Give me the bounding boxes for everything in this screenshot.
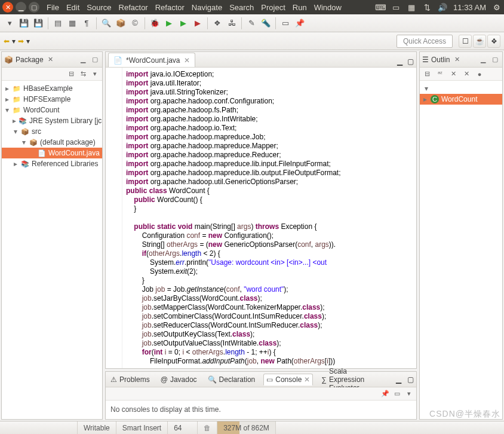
bottom-tab-console[interactable]: ▭Console ✕ bbox=[263, 374, 313, 386]
tree-item[interactable]: ▸📁HDFSExample bbox=[2, 94, 102, 105]
tree-item-label: WordCount bbox=[23, 106, 59, 114]
clock[interactable]: 11:33 AM bbox=[453, 3, 486, 12]
open-task-button[interactable]: ✎ bbox=[245, 17, 257, 29]
heap-status[interactable]: 327M of 862M bbox=[217, 421, 276, 434]
nav-back-menu-button[interactable]: ▾ bbox=[12, 37, 16, 45]
quick-access-input[interactable]: Quick Access bbox=[397, 35, 453, 48]
nav-fwd-button[interactable]: ➡ bbox=[18, 37, 24, 45]
menu-source[interactable]: Source bbox=[87, 3, 111, 12]
tree-item[interactable]: ▾📁WordCount bbox=[2, 105, 102, 115]
disclosure-icon[interactable]: ▸ bbox=[4, 84, 10, 93]
new-jpa-button[interactable]: ❖ bbox=[211, 17, 223, 29]
sort-icon[interactable]: ⊟ bbox=[422, 69, 432, 79]
menu-refactor[interactable]: Refactor bbox=[119, 3, 148, 12]
disclosure-icon[interactable]: ▾ bbox=[21, 138, 27, 146]
tree-item[interactable]: ▾📦src bbox=[2, 126, 102, 137]
menu-refactor[interactable]: Refactor bbox=[155, 3, 185, 12]
new-server-button[interactable]: 🖧 bbox=[226, 17, 238, 29]
outline-close-icon[interactable]: ✕ bbox=[452, 55, 462, 65]
debug-button[interactable]: 🐞 bbox=[149, 17, 161, 29]
block-select-button[interactable]: ▦ bbox=[66, 17, 78, 29]
menu-edit[interactable]: Edit bbox=[66, 3, 79, 12]
hide-nonpublic-icon[interactable]: ✕ bbox=[462, 69, 471, 79]
window-close-icon[interactable]: ✕ bbox=[2, 2, 13, 13]
disclosure-icon[interactable]: ▸ bbox=[4, 95, 10, 103]
outline-item-wordcount[interactable]: ▸ C WordCount bbox=[420, 94, 502, 105]
bottom-max-icon[interactable]: ▢ bbox=[407, 375, 414, 384]
search-button[interactable]: 🔦 bbox=[260, 17, 272, 29]
bottom-tab-javadoc[interactable]: @Javadoc bbox=[158, 374, 199, 385]
menu-file[interactable]: File bbox=[47, 3, 59, 12]
other-perspective-button[interactable]: ❖ bbox=[487, 35, 500, 48]
view-menu-icon[interactable]: ▾ bbox=[90, 69, 100, 79]
hide-static-icon[interactable]: ✕ bbox=[448, 69, 458, 79]
menu-run[interactable]: Run bbox=[293, 3, 307, 12]
tree-item[interactable]: ▸📁HBaseExample bbox=[2, 83, 102, 94]
indicator-gear-icon[interactable]: ⚙ bbox=[492, 2, 502, 12]
pin-console-icon[interactable]: 📌 bbox=[380, 389, 390, 399]
window-maximize-icon[interactable]: ▢ bbox=[29, 2, 39, 13]
gc-button[interactable]: 🗑 bbox=[198, 421, 217, 434]
new-class-button[interactable]: © bbox=[129, 17, 141, 29]
tree-item[interactable]: ▸📚Referenced Libraries bbox=[2, 158, 102, 169]
menu-navigate[interactable]: Navigate bbox=[192, 3, 222, 12]
minimize-view-icon[interactable]: ▁ bbox=[78, 55, 88, 65]
outline-min-icon[interactable]: ▁ bbox=[478, 55, 488, 65]
run-last-button[interactable]: ▶ bbox=[177, 17, 189, 29]
indicator-battery-icon[interactable]: ▭ bbox=[391, 2, 401, 12]
window-minimize-icon[interactable]: ▁ bbox=[16, 2, 26, 13]
coverage-button[interactable]: ▶ bbox=[192, 17, 204, 29]
close-tab-icon[interactable]: ✕ bbox=[184, 56, 190, 65]
outline-tree[interactable]: ▾ ▸ C WordCount bbox=[420, 81, 502, 419]
tree-item[interactable]: ▸📚JRE System Library [jc bbox=[2, 115, 102, 126]
indicator-sound-icon[interactable]: 🔊 bbox=[438, 2, 447, 12]
view-close-icon[interactable]: ✕ bbox=[46, 55, 56, 65]
menu-project[interactable]: Project bbox=[261, 3, 285, 12]
indicator-keyboard-icon[interactable]: ⌨ bbox=[376, 2, 385, 12]
save-button[interactable]: 💾 bbox=[18, 17, 30, 29]
open-console-icon[interactable]: ▾ bbox=[404, 389, 414, 399]
open-type-button[interactable]: 🔍 bbox=[100, 17, 112, 29]
menu-search[interactable]: Search bbox=[229, 3, 254, 12]
indicator-network-icon[interactable]: ⇅ bbox=[422, 2, 432, 12]
open-perspective-button[interactable]: ☐ bbox=[459, 35, 472, 48]
editor-max-icon[interactable]: ▢ bbox=[407, 57, 414, 66]
java-perspective-button[interactable]: ☕ bbox=[473, 35, 486, 48]
show-ws-button[interactable]: ¶ bbox=[81, 17, 93, 29]
close-icon[interactable]: ✕ bbox=[304, 375, 310, 384]
toggle-breadcrumb-button[interactable]: ▭ bbox=[279, 17, 291, 29]
new-button[interactable]: ▾ bbox=[4, 17, 16, 29]
bottom-min-icon[interactable]: ▁ bbox=[396, 375, 401, 384]
hide-local-icon[interactable]: ● bbox=[475, 69, 484, 79]
editor-gutter[interactable] bbox=[106, 68, 122, 368]
code-editor[interactable]: import java.io.IOException; import java.… bbox=[106, 68, 416, 368]
collapse-all-icon[interactable]: ⊟ bbox=[66, 69, 76, 79]
new-package-button[interactable]: 📦 bbox=[115, 17, 127, 29]
nav-back-button[interactable]: ⬅ bbox=[4, 37, 10, 45]
bottom-tab-declaration[interactable]: 🔍Declaration bbox=[205, 374, 258, 385]
tree-item[interactable]: 📄WordCount.java bbox=[2, 148, 102, 158]
pin-button[interactable]: 📌 bbox=[294, 17, 306, 29]
save-all-button[interactable]: 💾 bbox=[32, 17, 44, 29]
toggle-wrap-button[interactable]: ▤ bbox=[52, 17, 64, 29]
disclosure-icon[interactable]: ▾ bbox=[4, 106, 10, 114]
indicator-calendar-icon[interactable]: ▦ bbox=[407, 2, 416, 12]
hide-fields-icon[interactable]: ᵃᶻ bbox=[435, 69, 445, 79]
disclosure-icon[interactable]: ▸ bbox=[13, 160, 19, 168]
tree-item[interactable]: ▾📦(default package) bbox=[2, 137, 102, 148]
package-tree[interactable]: ▸📁HBaseExample▸📁HDFSExample▾📁WordCount▸📚… bbox=[2, 81, 102, 419]
tab-icon: 🔍 bbox=[208, 375, 217, 384]
disclosure-icon[interactable]: ▾ bbox=[13, 127, 19, 136]
link-editor-icon[interactable]: ⇆ bbox=[78, 69, 88, 79]
menu-window[interactable]: Window bbox=[314, 3, 342, 12]
maximize-view-icon[interactable]: ▢ bbox=[90, 55, 100, 65]
nav-fwd-menu-button[interactable]: ▾ bbox=[26, 37, 30, 45]
editor-tab-wordcount[interactable]: 📄 *WordCount.java ✕ bbox=[108, 53, 195, 67]
run-button[interactable]: ▶ bbox=[163, 17, 175, 29]
disclosure-icon[interactable]: ▸ bbox=[13, 117, 16, 125]
outline-max-icon[interactable]: ▢ bbox=[490, 55, 500, 65]
code-body[interactable]: import java.io.IOException; import java.… bbox=[122, 68, 416, 368]
bottom-tab-problems[interactable]: ⚠Problems bbox=[108, 374, 152, 385]
display-console-icon[interactable]: ▭ bbox=[392, 389, 402, 399]
editor-min-icon[interactable]: ▁ bbox=[397, 57, 402, 66]
